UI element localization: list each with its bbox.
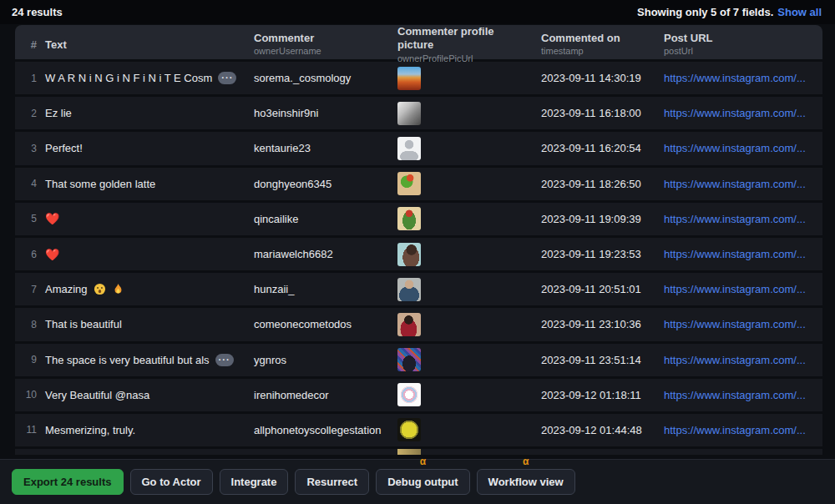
expand-ellipsis-button[interactable]: ··· bbox=[218, 72, 236, 84]
table-row: 4 That some golden latte donghyeon6345 2… bbox=[15, 168, 822, 200]
profile-picture bbox=[397, 278, 421, 301]
profile-picture bbox=[397, 172, 421, 195]
table-row: 10 Very Beautiful @nasa irenihomedecor 2… bbox=[15, 379, 822, 411]
table-header: # Text Commenter ownerUsername Commenter… bbox=[15, 25, 822, 59]
table-row: 11 Mesmerizing, truly. allphonetoyscolle… bbox=[15, 414, 822, 446]
profile-picture bbox=[397, 102, 421, 125]
commenter-username: qincailike bbox=[245, 213, 389, 225]
comment-text: Perfect! bbox=[45, 142, 83, 154]
post-url-link[interactable]: https://www.instagram.com/... bbox=[664, 107, 806, 119]
heart-emoji: ❤️ bbox=[45, 249, 59, 260]
post-url-link[interactable]: https://www.instagram.com/... bbox=[664, 424, 806, 436]
export-results-button[interactable]: Export 24 results bbox=[12, 469, 124, 495]
alpha-badge: α bbox=[523, 456, 529, 466]
row-number: 4 bbox=[15, 178, 37, 189]
post-url-link[interactable]: https://www.instagram.com/... bbox=[664, 213, 806, 225]
table-row: 3 Perfect! kentaurie23 2023-09-11 16:20:… bbox=[15, 132, 822, 164]
commenter-username: ygnros bbox=[245, 354, 389, 366]
comment-timestamp: 2023-09-12 01:18:11 bbox=[533, 389, 655, 401]
comment-timestamp: 2023-09-11 23:51:14 bbox=[533, 354, 655, 366]
column-header-index: # bbox=[15, 38, 37, 52]
column-header-post-url: Post URL postUrl bbox=[655, 32, 822, 58]
commenter-username: sorema._cosmology bbox=[245, 72, 389, 84]
comment-text: Very Beautiful @nasa bbox=[45, 389, 149, 401]
column-header-profile-picture: Commenter profile picture ownerProfilePi… bbox=[389, 25, 533, 64]
commenter-username: hunzaii_ bbox=[245, 283, 389, 295]
row-number: 6 bbox=[15, 249, 37, 260]
post-url-link[interactable]: https://www.instagram.com/... bbox=[664, 283, 806, 295]
comment-timestamp: 2023-09-11 19:23:53 bbox=[533, 248, 655, 260]
profile-picture bbox=[397, 449, 421, 455]
integrate-button[interactable]: Integrate bbox=[220, 469, 289, 495]
row-number: 11 bbox=[15, 424, 37, 436]
comment-timestamp: 2023-09-11 20:51:01 bbox=[533, 283, 655, 295]
comment-text: That some golden latte bbox=[45, 178, 155, 190]
profile-picture bbox=[397, 207, 421, 230]
row-number: 2 bbox=[15, 108, 37, 119]
row-number: 8 bbox=[15, 319, 37, 330]
comment-text: That is beautiful bbox=[45, 318, 122, 330]
fields-notice: Showing only 5 of 7 fields. bbox=[637, 6, 773, 18]
profile-picture bbox=[397, 67, 421, 90]
resurrect-button[interactable]: Resurrect bbox=[295, 469, 369, 495]
heart-emoji: ❤️ bbox=[45, 213, 59, 224]
comment-timestamp: 2023-09-12 01:44:48 bbox=[533, 424, 655, 436]
post-url-link[interactable]: https://www.instagram.com/... bbox=[664, 72, 806, 84]
commenter-username: donghyeon6345 bbox=[245, 178, 389, 190]
fire-emoji-icon bbox=[112, 283, 124, 295]
profile-picture bbox=[397, 313, 421, 336]
comment-timestamp: 2023-09-11 18:26:50 bbox=[533, 178, 655, 190]
comment-text: Ez lie bbox=[45, 107, 72, 119]
profile-picture bbox=[397, 418, 421, 441]
column-header-text: Text bbox=[37, 38, 245, 52]
show-all-link[interactable]: Show all bbox=[777, 6, 822, 18]
comment-text: W A R N i N G i N F i N i T E Cosm bbox=[45, 72, 212, 84]
table-row: 5 ❤️ qincailike 2023-09-11 19:09:39 http… bbox=[15, 203, 822, 235]
goto-actor-button[interactable]: Go to Actor bbox=[130, 469, 213, 495]
comment-timestamp: 2023-09-11 16:20:54 bbox=[533, 142, 655, 154]
comment-text: The space is very beautiful but als bbox=[45, 354, 210, 366]
table-row: 2 Ez lie ho3einshir9ni 2023-09-11 16:18:… bbox=[15, 97, 822, 129]
table-row: 9 The space is very beautiful but als ··… bbox=[15, 344, 822, 376]
post-url-link[interactable]: https://www.instagram.com/... bbox=[664, 389, 806, 401]
column-header-commenter: Commenter ownerUsername bbox=[245, 32, 389, 58]
post-url-link[interactable]: https://www.instagram.com/... bbox=[664, 354, 806, 366]
post-url-link[interactable]: https://www.instagram.com/... bbox=[664, 248, 806, 260]
column-header-commented-on: Commented on timestamp bbox=[533, 32, 655, 58]
results-table: # Text Commenter ownerUsername Commenter… bbox=[15, 25, 822, 456]
table-row: 1 W A R N i N G i N F i N i T E Cosm ···… bbox=[15, 62, 822, 94]
row-number: 1 bbox=[15, 73, 37, 84]
alpha-badge: α bbox=[420, 456, 426, 466]
commenter-username: mariawelch6682 bbox=[245, 248, 389, 260]
results-count: 24 results bbox=[12, 6, 63, 18]
workflow-view-button[interactable]: α Workflow view bbox=[477, 469, 575, 495]
table-row: 8 That is beautiful comeonecometodos 202… bbox=[15, 308, 822, 340]
post-url-link[interactable]: https://www.instagram.com/... bbox=[664, 142, 806, 154]
commenter-username: irenihomedecor bbox=[245, 389, 389, 401]
comment-text: Mesmerizing, truly. bbox=[45, 424, 135, 436]
comment-text: Amazing bbox=[45, 283, 88, 295]
table-row: 6 ❤️ mariawelch6682 2023-09-11 19:23:53 … bbox=[15, 238, 822, 270]
results-header-bar: 24 results Showing only 5 of 7 fields. S… bbox=[0, 0, 835, 24]
comment-timestamp: 2023-09-11 23:10:36 bbox=[533, 318, 655, 330]
action-bar: Export 24 results Go to Actor Integrate … bbox=[0, 459, 835, 504]
profile-picture bbox=[397, 243, 421, 266]
profile-picture bbox=[397, 383, 421, 406]
debug-output-button[interactable]: α Debug output bbox=[376, 469, 469, 495]
row-number: 10 bbox=[15, 389, 37, 401]
post-url-link[interactable]: https://www.instagram.com/... bbox=[664, 318, 806, 330]
row-number: 3 bbox=[15, 143, 37, 154]
row-number: 9 bbox=[15, 354, 37, 365]
profile-picture bbox=[397, 348, 421, 371]
row-number: 5 bbox=[15, 213, 37, 224]
post-url-link[interactable]: https://www.instagram.com/... bbox=[664, 178, 806, 190]
commenter-username: kentaurie23 bbox=[245, 142, 389, 154]
expand-ellipsis-button[interactable]: ··· bbox=[215, 354, 234, 366]
commenter-username: allphonetoyscollegestation bbox=[245, 424, 389, 436]
comment-timestamp: 2023-09-11 16:18:00 bbox=[533, 107, 655, 119]
row-number: 7 bbox=[15, 284, 37, 295]
table-row-partial bbox=[15, 449, 822, 455]
default-avatar-icon bbox=[397, 137, 421, 160]
table-row: 7 Amazing hunzaii_ 2023-09-11 20:51:01 h… bbox=[15, 273, 822, 305]
commenter-username: comeonecometodos bbox=[245, 318, 389, 330]
